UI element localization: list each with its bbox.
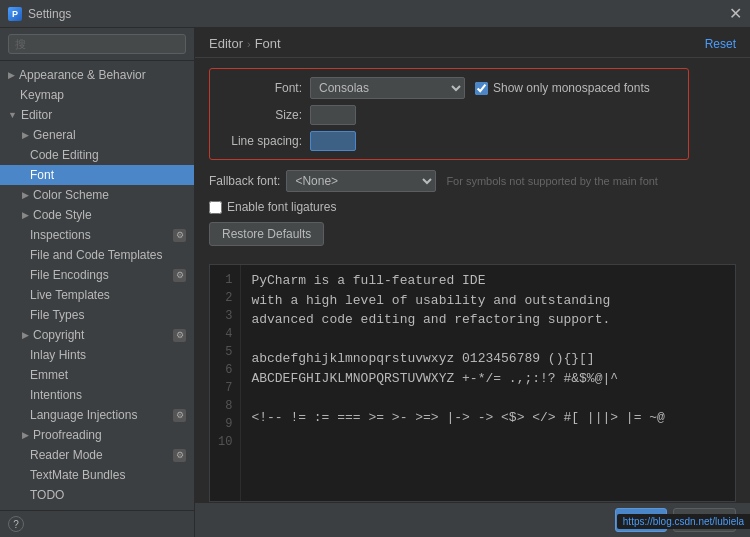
sidebar-item-label: Font bbox=[30, 168, 54, 182]
sidebar-item-label: File Types bbox=[30, 308, 84, 322]
sidebar-item-label: Keymap bbox=[20, 88, 64, 102]
sidebar-item-label: Proofreading bbox=[33, 428, 102, 442]
sidebar-item-label: File and Code Templates bbox=[30, 248, 163, 262]
sidebar-item-file-types[interactable]: File Types bbox=[0, 305, 194, 325]
arrow-icon: ▶ bbox=[8, 70, 15, 80]
font-row: Font: Consolas Show only monospaced font… bbox=[220, 77, 678, 99]
arrow-icon: ▶ bbox=[22, 210, 29, 220]
size-input[interactable]: 17 bbox=[310, 105, 356, 125]
sidebar-item-color-scheme[interactable]: ▶ Color Scheme bbox=[0, 185, 194, 205]
settings-badge: ⚙ bbox=[173, 269, 186, 282]
font-settings-box: Font: Consolas Show only monospaced font… bbox=[209, 68, 689, 160]
arrow-icon: ▶ bbox=[22, 190, 29, 200]
sidebar-item-label: Emmet bbox=[30, 368, 68, 382]
sidebar-item-label: Inlay Hints bbox=[30, 348, 86, 362]
sidebar-bottom: ? bbox=[0, 510, 194, 537]
monospaced-label: Show only monospaced fonts bbox=[493, 81, 650, 95]
enable-ligatures-row: Enable font ligatures bbox=[209, 200, 736, 214]
breadcrumb-current: Font bbox=[255, 36, 281, 51]
sidebar-item-general[interactable]: ▶ General bbox=[0, 125, 194, 145]
breadcrumb-parent: Editor bbox=[209, 36, 243, 51]
url-bar: https://blog.csdn.net/lubiela bbox=[617, 514, 750, 529]
monospaced-checkbox-row: Show only monospaced fonts bbox=[475, 81, 650, 95]
title-bar-left: P Settings bbox=[8, 7, 71, 21]
sidebar-item-label: Language Injections bbox=[30, 408, 137, 422]
sidebar-item-label: Reader Mode bbox=[30, 448, 103, 462]
sidebar-nav: ▶ Appearance & Behavior Keymap ▼ Editor … bbox=[0, 61, 194, 510]
sidebar-item-label: Appearance & Behavior bbox=[19, 68, 146, 82]
sidebar-item-font[interactable]: Font bbox=[0, 165, 194, 185]
sidebar-item-file-code-templates[interactable]: File and Code Templates bbox=[0, 245, 194, 265]
sidebar-item-label: File Encodings bbox=[30, 268, 109, 282]
sidebar-item-label: Copyright bbox=[33, 328, 84, 342]
sidebar-item-copyright[interactable]: ▶ Copyright ⚙ bbox=[0, 325, 194, 345]
settings-badge: ⚙ bbox=[173, 409, 186, 422]
monospaced-checkbox[interactable] bbox=[475, 82, 488, 95]
fallback-hint: For symbols not supported by the main fo… bbox=[446, 175, 658, 187]
sidebar-item-todo[interactable]: TODO bbox=[0, 485, 194, 505]
arrow-icon: ▶ bbox=[22, 330, 29, 340]
settings-badge: ⚙ bbox=[173, 229, 186, 242]
ligatures-checkbox[interactable] bbox=[209, 201, 222, 214]
sidebar-item-label: Live Templates bbox=[30, 288, 110, 302]
breadcrumb: Editor › Font bbox=[209, 36, 281, 51]
sidebar-item-live-templates[interactable]: Live Templates bbox=[0, 285, 194, 305]
sidebar-item-label: Code Style bbox=[33, 208, 92, 222]
sidebar-item-code-style[interactable]: ▶ Code Style bbox=[0, 205, 194, 225]
sidebar-item-reader-mode[interactable]: Reader Mode ⚙ bbox=[0, 445, 194, 465]
sidebar-item-label: TextMate Bundles bbox=[30, 468, 125, 482]
restore-defaults-button[interactable]: Restore Defaults bbox=[209, 222, 324, 246]
preview-area: 12345678910 PyCharm is a full-featured I… bbox=[209, 264, 736, 502]
sidebar-item-label: Inspections bbox=[30, 228, 91, 242]
sidebar-item-label: General bbox=[33, 128, 76, 142]
title-bar: P Settings ✕ bbox=[0, 0, 750, 28]
arrow-icon: ▶ bbox=[22, 130, 29, 140]
preview-code: PyCharm is a full-featured IDE with a hi… bbox=[241, 265, 735, 501]
sidebar: ▶ Appearance & Behavior Keymap ▼ Editor … bbox=[0, 28, 195, 537]
sidebar-item-emmet[interactable]: Emmet bbox=[0, 365, 194, 385]
main-container: ▶ Appearance & Behavior Keymap ▼ Editor … bbox=[0, 28, 750, 537]
settings-badge: ⚙ bbox=[173, 449, 186, 462]
search-input[interactable] bbox=[8, 34, 186, 54]
arrow-icon: ▼ bbox=[8, 110, 17, 120]
sidebar-item-inlay-hints[interactable]: Inlay Hints bbox=[0, 345, 194, 365]
size-row: Size: 17 bbox=[220, 105, 678, 125]
app-icon: P bbox=[8, 7, 22, 21]
fallback-font-row: Fallback font: <None> For symbols not su… bbox=[209, 170, 736, 192]
search-box bbox=[0, 28, 194, 61]
sidebar-item-appearance[interactable]: ▶ Appearance & Behavior bbox=[0, 65, 194, 85]
sidebar-item-file-encodings[interactable]: File Encodings ⚙ bbox=[0, 265, 194, 285]
sidebar-item-code-editing[interactable]: Code Editing bbox=[0, 145, 194, 165]
ligatures-label: Enable font ligatures bbox=[227, 200, 336, 214]
sidebar-item-intentions[interactable]: Intentions bbox=[0, 385, 194, 405]
content-header: Editor › Font Reset bbox=[195, 28, 750, 58]
line-spacing-row: Line spacing: 1.2 bbox=[220, 131, 678, 151]
settings-panel: Font: Consolas Show only monospaced font… bbox=[195, 58, 750, 264]
reset-button[interactable]: Reset bbox=[705, 37, 736, 51]
sidebar-item-proofreading[interactable]: ▶ Proofreading bbox=[0, 425, 194, 445]
line-spacing-label: Line spacing: bbox=[220, 134, 310, 148]
sidebar-item-label: Intentions bbox=[30, 388, 82, 402]
window-title: Settings bbox=[28, 7, 71, 21]
fallback-font-select[interactable]: <None> bbox=[286, 170, 436, 192]
sidebar-item-label: Color Scheme bbox=[33, 188, 109, 202]
font-label: Font: bbox=[220, 81, 310, 95]
sidebar-item-label: TODO bbox=[30, 488, 64, 502]
help-button[interactable]: ? bbox=[8, 516, 24, 532]
fallback-font-label: Fallback font: bbox=[209, 174, 280, 188]
close-button[interactable]: ✕ bbox=[729, 6, 742, 22]
sidebar-item-textmate-bundles[interactable]: TextMate Bundles bbox=[0, 465, 194, 485]
breadcrumb-separator: › bbox=[247, 38, 251, 50]
size-label: Size: bbox=[220, 108, 310, 122]
sidebar-item-label: Code Editing bbox=[30, 148, 99, 162]
arrow-icon: ▶ bbox=[22, 430, 29, 440]
sidebar-item-language-injections[interactable]: Language Injections ⚙ bbox=[0, 405, 194, 425]
font-select[interactable]: Consolas bbox=[310, 77, 465, 99]
settings-badge: ⚙ bbox=[173, 329, 186, 342]
line-spacing-input[interactable]: 1.2 bbox=[310, 131, 356, 151]
sidebar-item-editor[interactable]: ▼ Editor bbox=[0, 105, 194, 125]
sidebar-item-label: Editor bbox=[21, 108, 52, 122]
line-numbers: 12345678910 bbox=[210, 265, 241, 501]
sidebar-item-inspections[interactable]: Inspections ⚙ bbox=[0, 225, 194, 245]
sidebar-item-keymap[interactable]: Keymap bbox=[0, 85, 194, 105]
